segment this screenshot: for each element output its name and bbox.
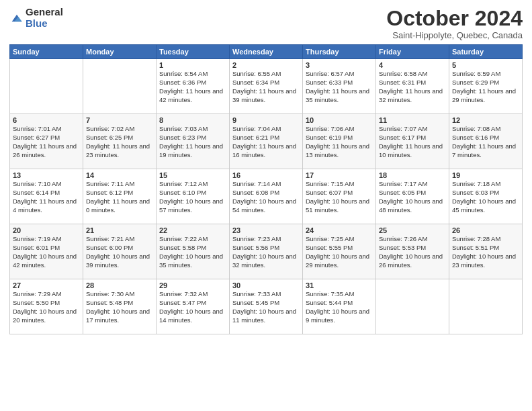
header-cell: Thursday xyxy=(303,45,376,59)
calendar-table: SundayMondayTuesdayWednesdayThursdayFrid… xyxy=(9,44,523,334)
day-number: 23 xyxy=(232,226,300,234)
calendar-week-row: 20Sunrise: 7:19 AM Sunset: 6:01 PM Dayli… xyxy=(10,224,523,279)
day-info: Sunrise: 7:08 AM Sunset: 6:16 PM Dayligh… xyxy=(452,125,519,159)
calendar-week-row: 13Sunrise: 7:10 AM Sunset: 6:14 PM Dayli… xyxy=(10,169,523,224)
day-info: Sunrise: 7:21 AM Sunset: 6:00 PM Dayligh… xyxy=(86,235,153,269)
calendar-cell: 24Sunrise: 7:25 AM Sunset: 5:55 PM Dayli… xyxy=(303,224,376,279)
day-info: Sunrise: 7:04 AM Sunset: 6:21 PM Dayligh… xyxy=(232,125,300,159)
calendar-cell: 28Sunrise: 7:30 AM Sunset: 5:48 PM Dayli… xyxy=(83,279,157,334)
day-number: 18 xyxy=(379,171,446,179)
day-info: Sunrise: 7:22 AM Sunset: 5:58 PM Dayligh… xyxy=(159,235,226,269)
day-number: 4 xyxy=(379,61,446,69)
calendar-cell: 21Sunrise: 7:21 AM Sunset: 6:00 PM Dayli… xyxy=(83,224,157,279)
calendar-cell: 12Sunrise: 7:08 AM Sunset: 6:16 PM Dayli… xyxy=(449,114,523,169)
day-info: Sunrise: 7:33 AM Sunset: 5:45 PM Dayligh… xyxy=(232,290,300,324)
logo-general: General xyxy=(26,7,63,18)
day-info: Sunrise: 7:35 AM Sunset: 5:44 PM Dayligh… xyxy=(306,290,373,324)
calendar-cell: 3Sunrise: 6:57 AM Sunset: 6:33 PM Daylig… xyxy=(303,59,376,114)
calendar-cell: 26Sunrise: 7:28 AM Sunset: 5:51 PM Dayli… xyxy=(449,224,523,279)
day-info: Sunrise: 6:57 AM Sunset: 6:33 PM Dayligh… xyxy=(306,70,373,104)
day-info: Sunrise: 7:14 AM Sunset: 6:08 PM Dayligh… xyxy=(232,180,300,214)
day-number: 15 xyxy=(159,171,226,179)
calendar-cell: 27Sunrise: 7:29 AM Sunset: 5:50 PM Dayli… xyxy=(10,279,83,334)
day-number: 19 xyxy=(452,171,519,179)
day-info: Sunrise: 6:55 AM Sunset: 6:34 PM Dayligh… xyxy=(232,70,300,104)
day-info: Sunrise: 7:10 AM Sunset: 6:14 PM Dayligh… xyxy=(13,180,80,214)
header-cell: Wednesday xyxy=(230,45,303,59)
calendar-cell: 8Sunrise: 7:03 AM Sunset: 6:23 PM Daylig… xyxy=(157,114,230,169)
calendar-cell: 14Sunrise: 7:11 AM Sunset: 6:12 PM Dayli… xyxy=(83,169,157,224)
calendar-week-row: 1Sunrise: 6:54 AM Sunset: 6:36 PM Daylig… xyxy=(10,59,523,114)
calendar-cell: 1Sunrise: 6:54 AM Sunset: 6:36 PM Daylig… xyxy=(157,59,230,114)
calendar-cell: 25Sunrise: 7:26 AM Sunset: 5:53 PM Dayli… xyxy=(376,224,449,279)
calendar-cell: 4Sunrise: 6:58 AM Sunset: 6:31 PM Daylig… xyxy=(376,59,449,114)
day-number: 30 xyxy=(232,281,300,289)
header: General Blue October 2024 Saint-Hippolyt… xyxy=(9,7,523,40)
day-info: Sunrise: 7:17 AM Sunset: 6:05 PM Dayligh… xyxy=(379,180,446,214)
calendar-cell: 23Sunrise: 7:23 AM Sunset: 5:56 PM Dayli… xyxy=(230,224,303,279)
day-number: 28 xyxy=(86,281,153,289)
day-info: Sunrise: 7:15 AM Sunset: 6:07 PM Dayligh… xyxy=(306,180,373,214)
header-row: SundayMondayTuesdayWednesdayThursdayFrid… xyxy=(10,45,523,59)
logo-blue: Blue xyxy=(26,18,63,30)
day-number: 26 xyxy=(452,226,519,234)
day-number: 21 xyxy=(86,226,153,234)
calendar-cell: 9Sunrise: 7:04 AM Sunset: 6:21 PM Daylig… xyxy=(230,114,303,169)
day-number: 27 xyxy=(13,281,80,289)
calendar-header: SundayMondayTuesdayWednesdayThursdayFrid… xyxy=(10,45,523,59)
calendar-cell: 29Sunrise: 7:32 AM Sunset: 5:47 PM Dayli… xyxy=(157,279,230,334)
logo: General Blue xyxy=(9,7,63,29)
calendar-body: 1Sunrise: 6:54 AM Sunset: 6:36 PM Daylig… xyxy=(10,59,523,334)
day-info: Sunrise: 6:58 AM Sunset: 6:31 PM Dayligh… xyxy=(379,70,446,104)
day-number: 2 xyxy=(232,61,300,69)
day-info: Sunrise: 7:23 AM Sunset: 5:56 PM Dayligh… xyxy=(232,235,300,269)
calendar-cell: 5Sunrise: 6:59 AM Sunset: 6:29 PM Daylig… xyxy=(449,59,523,114)
day-info: Sunrise: 7:12 AM Sunset: 6:10 PM Dayligh… xyxy=(159,180,226,214)
day-info: Sunrise: 7:29 AM Sunset: 5:50 PM Dayligh… xyxy=(13,290,80,324)
header-cell: Friday xyxy=(376,45,449,59)
calendar-week-row: 6Sunrise: 7:01 AM Sunset: 6:27 PM Daylig… xyxy=(10,114,523,169)
header-cell: Tuesday xyxy=(157,45,230,59)
day-info: Sunrise: 7:19 AM Sunset: 6:01 PM Dayligh… xyxy=(13,235,80,269)
day-info: Sunrise: 7:03 AM Sunset: 6:23 PM Dayligh… xyxy=(159,125,226,159)
day-info: Sunrise: 7:11 AM Sunset: 6:12 PM Dayligh… xyxy=(86,180,153,214)
calendar-cell: 22Sunrise: 7:22 AM Sunset: 5:58 PM Dayli… xyxy=(157,224,230,279)
day-number: 3 xyxy=(306,61,373,69)
day-number: 24 xyxy=(306,226,373,234)
calendar-cell: 2Sunrise: 6:55 AM Sunset: 6:34 PM Daylig… xyxy=(230,59,303,114)
day-info: Sunrise: 7:18 AM Sunset: 6:03 PM Dayligh… xyxy=(452,180,519,214)
day-info: Sunrise: 7:06 AM Sunset: 6:19 PM Dayligh… xyxy=(306,125,373,159)
header-cell: Monday xyxy=(83,45,157,59)
day-number: 5 xyxy=(452,61,519,69)
day-number: 11 xyxy=(379,116,446,124)
calendar-cell: 10Sunrise: 7:06 AM Sunset: 6:19 PM Dayli… xyxy=(303,114,376,169)
day-info: Sunrise: 6:59 AM Sunset: 6:29 PM Dayligh… xyxy=(452,70,519,104)
calendar-cell xyxy=(376,279,449,334)
day-number: 29 xyxy=(159,281,226,289)
calendar-cell xyxy=(10,59,83,114)
day-info: Sunrise: 7:25 AM Sunset: 5:55 PM Dayligh… xyxy=(306,235,373,269)
day-number: 6 xyxy=(13,116,80,124)
day-number: 1 xyxy=(159,61,226,69)
calendar-cell xyxy=(449,279,523,334)
day-info: Sunrise: 7:32 AM Sunset: 5:47 PM Dayligh… xyxy=(159,290,226,324)
day-info: Sunrise: 7:26 AM Sunset: 5:53 PM Dayligh… xyxy=(379,235,446,269)
day-number: 7 xyxy=(86,116,153,124)
location: Saint-Hippolyte, Quebec, Canada xyxy=(386,30,523,40)
month-title: October 2024 xyxy=(386,7,523,30)
calendar-week-row: 27Sunrise: 7:29 AM Sunset: 5:50 PM Dayli… xyxy=(10,279,523,334)
calendar-cell: 16Sunrise: 7:14 AM Sunset: 6:08 PM Dayli… xyxy=(230,169,303,224)
day-info: Sunrise: 7:01 AM Sunset: 6:27 PM Dayligh… xyxy=(13,125,80,159)
calendar-cell xyxy=(83,59,157,114)
calendar-cell: 30Sunrise: 7:33 AM Sunset: 5:45 PM Dayli… xyxy=(230,279,303,334)
calendar-cell: 20Sunrise: 7:19 AM Sunset: 6:01 PM Dayli… xyxy=(10,224,83,279)
day-number: 16 xyxy=(232,171,300,179)
day-number: 13 xyxy=(13,171,80,179)
day-number: 14 xyxy=(86,171,153,179)
calendar-cell: 6Sunrise: 7:01 AM Sunset: 6:27 PM Daylig… xyxy=(10,114,83,169)
calendar-cell: 15Sunrise: 7:12 AM Sunset: 6:10 PM Dayli… xyxy=(157,169,230,224)
day-number: 17 xyxy=(306,171,373,179)
logo-icon xyxy=(9,11,24,26)
header-cell: Saturday xyxy=(449,45,523,59)
calendar-cell: 17Sunrise: 7:15 AM Sunset: 6:07 PM Dayli… xyxy=(303,169,376,224)
